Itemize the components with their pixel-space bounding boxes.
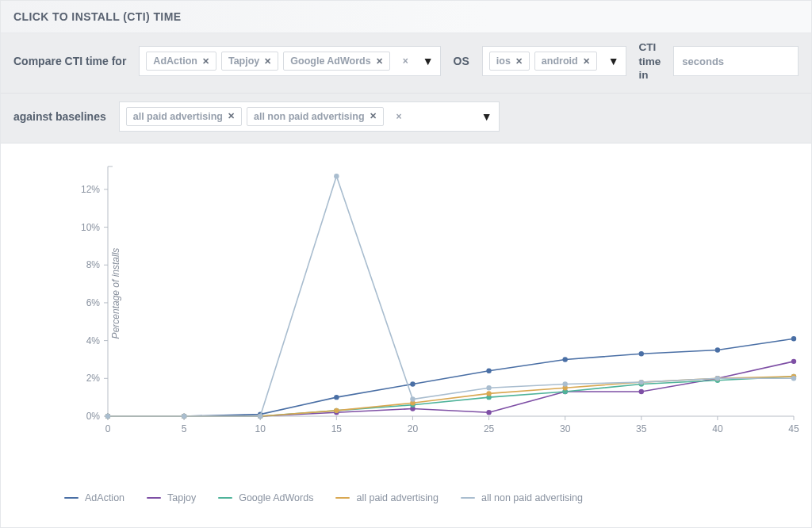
legend-item: all non paid advertising — [461, 492, 583, 503]
svg-text:4%: 4% — [86, 335, 101, 346]
svg-point-80 — [258, 413, 262, 418]
legend-label: all non paid advertising — [481, 492, 583, 503]
filter-row-baselines: against baselines all paid advertising ✕… — [1, 94, 811, 143]
tag-label: android — [542, 55, 578, 67]
cti-unit-value: seconds — [682, 55, 724, 67]
svg-point-87 — [791, 376, 796, 381]
legend-swatch — [461, 497, 475, 499]
tag-label: ios — [496, 55, 511, 67]
svg-point-79 — [182, 413, 186, 418]
tag-android[interactable]: android ✕ — [534, 52, 597, 71]
close-icon[interactable]: ✕ — [515, 56, 523, 67]
tag-label: all non paid advertising — [254, 111, 365, 122]
legend-item: Tapjoy — [147, 492, 196, 503]
close-icon[interactable]: ✕ — [264, 56, 271, 67]
compare-label: Compare CTI time for — [13, 55, 126, 67]
chevron-down-icon[interactable]: ▼ — [416, 55, 434, 67]
svg-point-55 — [639, 388, 644, 393]
svg-text:10: 10 — [255, 423, 266, 434]
legend-swatch — [147, 497, 161, 499]
tag-all-paid[interactable]: all paid advertising ✕ — [126, 107, 242, 126]
close-icon[interactable]: ✕ — [370, 111, 377, 121]
legend-label: all paid advertising — [356, 492, 439, 503]
svg-text:Percentage of installs: Percentage of installs — [110, 247, 121, 339]
svg-text:45: 45 — [788, 423, 799, 434]
svg-point-84 — [562, 381, 567, 386]
cti-unit-select[interactable]: seconds — [673, 46, 799, 76]
svg-text:8%: 8% — [86, 259, 101, 270]
svg-point-78 — [105, 413, 110, 418]
legend-swatch — [64, 497, 79, 499]
tag-google-adwords[interactable]: Google AdWords ✕ — [283, 52, 389, 71]
svg-point-41 — [334, 395, 339, 400]
baselines-label: against baselines — [13, 110, 106, 123]
svg-point-44 — [562, 357, 567, 362]
svg-point-71 — [334, 407, 339, 412]
os-tag-select[interactable]: ios ✕ android ✕ ▼ — [482, 46, 626, 76]
svg-point-53 — [486, 410, 491, 415]
close-icon[interactable]: ✕ — [583, 56, 590, 67]
close-icon[interactable]: ✕ — [376, 56, 383, 67]
tag-label: Google AdWords — [290, 55, 370, 67]
tag-adaction[interactable]: AdAction ✕ — [146, 52, 216, 71]
svg-text:25: 25 — [484, 423, 495, 434]
svg-point-83 — [486, 385, 491, 390]
chart-area: 0%2%4%6%8%10%12%051015202530354045Percen… — [1, 143, 811, 484]
legend-label: Google AdWords — [239, 492, 313, 503]
svg-text:30: 30 — [560, 423, 571, 434]
svg-point-57 — [791, 358, 796, 363]
svg-text:15: 15 — [331, 423, 343, 434]
svg-point-73 — [486, 391, 491, 396]
tag-label: AdAction — [153, 55, 197, 67]
svg-text:0%: 0% — [86, 411, 101, 422]
legend-swatch — [335, 497, 350, 499]
chevron-down-icon[interactable]: ▼ — [475, 110, 492, 123]
tag-all-nonpaid[interactable]: all non paid advertising ✕ — [247, 107, 384, 126]
svg-point-45 — [639, 351, 644, 356]
clear-all-icon[interactable]: × — [395, 55, 412, 67]
svg-point-85 — [639, 379, 644, 384]
compare-tag-select[interactable]: AdAction ✕ Tapjoy ✕ Google AdWords ✕ × ▼ — [139, 46, 440, 76]
svg-text:5: 5 — [182, 423, 187, 434]
svg-point-42 — [410, 381, 415, 386]
close-icon[interactable]: ✕ — [202, 56, 209, 67]
legend-item: AdAction — [64, 492, 124, 503]
legend-label: AdAction — [85, 492, 124, 503]
tag-tapjoy[interactable]: Tapjoy ✕ — [221, 52, 278, 71]
svg-point-47 — [791, 336, 796, 341]
svg-text:6%: 6% — [86, 297, 101, 308]
filter-row-compare: Compare CTI time for AdAction ✕ Tapjoy ✕… — [1, 33, 811, 94]
legend-swatch — [218, 497, 232, 499]
tag-label: all paid advertising — [133, 111, 223, 122]
svg-point-43 — [486, 368, 491, 373]
svg-text:10%: 10% — [81, 221, 100, 232]
svg-point-86 — [715, 376, 720, 381]
tag-ios[interactable]: ios ✕ — [489, 52, 530, 71]
baselines-tag-select[interactable]: all paid advertising ✕ all non paid adve… — [119, 101, 500, 132]
os-label: OS — [454, 55, 469, 67]
cti-line-chart: 0%2%4%6%8%10%12%051015202530354045Percen… — [25, 163, 802, 448]
svg-text:40: 40 — [712, 423, 723, 434]
chevron-down-icon[interactable]: ▼ — [602, 55, 619, 67]
svg-text:35: 35 — [636, 423, 647, 434]
svg-text:0: 0 — [105, 423, 111, 434]
clear-all-icon[interactable]: × — [389, 111, 405, 122]
svg-text:2%: 2% — [86, 373, 101, 384]
cti-unit-label: CTI time in — [639, 41, 661, 82]
svg-text:12%: 12% — [81, 183, 100, 194]
tag-label: Tapjoy — [228, 55, 259, 67]
panel-title: CLICK TO INSTALL (CTI) TIME — [1, 1, 811, 33]
close-icon[interactable]: ✕ — [228, 111, 235, 121]
svg-text:20: 20 — [408, 423, 419, 434]
legend-label: Tapjoy — [167, 492, 196, 503]
svg-point-81 — [334, 174, 339, 178]
chart-legend: AdAction Tapjoy Google AdWords all paid … — [1, 484, 811, 503]
svg-point-46 — [715, 347, 720, 352]
legend-item: Google AdWords — [218, 492, 313, 503]
svg-point-82 — [410, 396, 415, 401]
legend-item: all paid advertising — [335, 492, 439, 503]
